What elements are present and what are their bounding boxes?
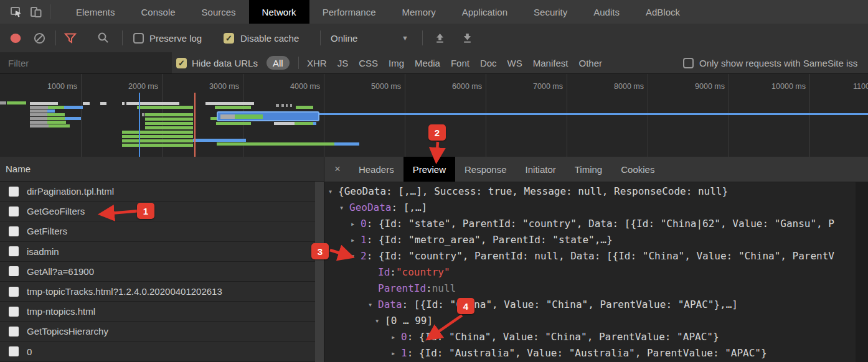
- disable-cache-checkbox[interactable]: ✓: [224, 24, 234, 52]
- throttling-caret-icon[interactable]: ▼: [402, 24, 408, 52]
- filter-type-ws[interactable]: WS: [507, 58, 522, 68]
- tab-memory[interactable]: Memory: [389, 0, 449, 24]
- detail-tab-response[interactable]: Response: [455, 157, 516, 182]
- tab-adblock[interactable]: AdBlock: [633, 0, 693, 24]
- tree-expander-icon[interactable]: ▾: [368, 297, 378, 313]
- filter-input[interactable]: Filter: [0, 52, 172, 73]
- name-column-header[interactable]: Name: [0, 157, 324, 182]
- waterfall-bar: [145, 122, 193, 125]
- tab-console[interactable]: Console: [128, 0, 189, 24]
- upload-throttle-icon[interactable]: [435, 24, 445, 52]
- json-tree-line: ▸0: {Id: "state", ParentId: "country", D…: [324, 216, 868, 232]
- preserve-log-checkbox[interactable]: [133, 24, 144, 52]
- detail-tab-headers[interactable]: Headers: [349, 157, 403, 182]
- waterfall-bar: [137, 106, 193, 109]
- request-row[interactable]: tmp-topicTracks.html?1.2.4.0.20200401202…: [0, 282, 315, 302]
- filter-type-doc[interactable]: Doc: [480, 58, 497, 68]
- indent-spacer: [324, 200, 339, 216]
- tab-audits[interactable]: Audits: [580, 0, 633, 24]
- request-row[interactable]: tmp-ntopics.html: [0, 302, 315, 322]
- filter-type-media[interactable]: Media: [415, 58, 440, 68]
- waterfall-bar: [122, 131, 193, 134]
- json-tree-line: ▸1: {Id: "metro_area", ParentId: "state"…: [324, 232, 868, 248]
- json-segment: 0: [401, 329, 407, 345]
- tab-performance[interactable]: Performance: [309, 0, 389, 24]
- filter-type-manifest[interactable]: Manifest: [533, 58, 568, 68]
- timeline-tick-label: 10000 ms: [771, 82, 806, 91]
- filter-type-css[interactable]: CSS: [359, 58, 378, 68]
- filter-type-xhr[interactable]: XHR: [307, 58, 327, 68]
- waterfall-bar: [290, 104, 292, 107]
- json-tree-line: ▸1: {Id: "Australia", Value: "Australia"…: [324, 345, 868, 361]
- timeline-overview[interactable]: 1000 ms2000 ms3000 ms4000 ms5000 ms6000 …: [0, 73, 868, 157]
- search-icon[interactable]: [97, 24, 110, 52]
- filter-type-other[interactable]: Other: [578, 58, 602, 68]
- detail-tab-preview[interactable]: Preview: [403, 157, 455, 182]
- request-row[interactable]: dirPagination.tpl.html: [0, 182, 315, 202]
- waterfall-bar: [49, 124, 70, 128]
- filter-type-all[interactable]: All: [267, 52, 290, 73]
- throttling-select[interactable]: Online: [331, 24, 357, 52]
- load-event-marker: [194, 93, 196, 157]
- tab-sources[interactable]: Sources: [189, 0, 249, 24]
- tree-expander-icon[interactable]: ▾: [351, 248, 361, 264]
- request-name: 0: [27, 346, 32, 357]
- waterfall-bar: [126, 102, 179, 105]
- tree-expander-icon[interactable]: ▾: [328, 183, 338, 200]
- file-icon: [9, 187, 19, 197]
- timeline-tick-label: 1000 ms: [47, 82, 77, 91]
- indent-spacer: [324, 345, 391, 361]
- waterfall-bar: [217, 142, 334, 146]
- waterfall-bar: [30, 124, 49, 128]
- timeline-gridline: [648, 74, 648, 157]
- waterfall-bar: [100, 102, 106, 105]
- detail-tab-timing[interactable]: Timing: [565, 157, 611, 182]
- waterfall-bar: [296, 106, 313, 109]
- timeline-tick-label: 7000 ms: [533, 82, 563, 91]
- clear-icon[interactable]: [34, 24, 45, 52]
- hide-data-urls-checkbox[interactable]: ✓: [176, 52, 187, 73]
- tree-expander-icon[interactable]: ▸: [351, 216, 361, 232]
- request-rows: dirPagination.tpl.htmlGetGeoFiltersGetFi…: [0, 182, 315, 362]
- filter-funnel-icon[interactable]: [64, 24, 77, 52]
- tree-expander-icon[interactable]: ▾: [339, 200, 349, 216]
- tree-expander-icon[interactable]: ▾: [375, 313, 385, 329]
- close-icon[interactable]: ×: [334, 163, 341, 175]
- request-row[interactable]: GetAll?a=61900: [0, 262, 315, 282]
- inspect-element-icon[interactable]: [6, 5, 26, 19]
- filter-type-img[interactable]: Img: [389, 58, 404, 68]
- filter-type-js[interactable]: JS: [337, 58, 349, 68]
- request-row[interactable]: 0: [0, 342, 315, 362]
- request-row[interactable]: GetGeoFilters: [0, 202, 315, 221]
- detail-tab-cookies[interactable]: Cookies: [611, 157, 664, 182]
- tree-expander-icon[interactable]: ▸: [391, 345, 401, 361]
- devtools-window: ElementsConsoleSourcesNetworkPerformance…: [0, 0, 868, 362]
- timeline-gridline: [567, 74, 567, 157]
- request-list-scrollbar[interactable]: [315, 182, 324, 362]
- waterfall-bar: [145, 118, 193, 121]
- tab-network[interactable]: Network: [249, 0, 309, 24]
- download-throttle-icon[interactable]: [462, 24, 473, 52]
- json-segment: : [{Id: "China", Value: "China", ParentV…: [402, 297, 738, 313]
- json-tree-line: ▸0: {Id: "China", Value: "China", Parent…: [324, 329, 868, 345]
- request-row[interactable]: GetTopicsHierarchy: [0, 322, 315, 341]
- tab-application[interactable]: Application: [449, 0, 521, 24]
- filter-type-font[interactable]: Font: [451, 58, 469, 68]
- request-row[interactable]: GetFilters: [0, 221, 315, 241]
- preview-scrollbar[interactable]: [856, 182, 868, 362]
- samesite-checkbox[interactable]: [683, 52, 694, 73]
- tab-elements[interactable]: Elements: [63, 0, 128, 24]
- json-segment: : {Id: "metro_area", ParentId: "state",……: [367, 232, 613, 248]
- detail-tab-initiator[interactable]: Initiator: [516, 157, 565, 182]
- waterfall-bar: [122, 135, 193, 138]
- tab-security[interactable]: Security: [521, 0, 580, 24]
- record-button[interactable]: [10, 24, 21, 52]
- indent-spacer: [324, 264, 368, 281]
- tree-expander-icon[interactable]: ▸: [351, 232, 361, 248]
- device-toolbar-icon[interactable]: [26, 5, 46, 19]
- request-row[interactable]: isadmin: [0, 242, 315, 262]
- filter-type-list: XHRJSCSSImgMediaFontDocWSManifestOther: [307, 58, 602, 68]
- file-icon: [9, 207, 19, 216]
- timeline-gridline: [809, 74, 810, 157]
- tree-expander-icon[interactable]: ▸: [391, 329, 401, 345]
